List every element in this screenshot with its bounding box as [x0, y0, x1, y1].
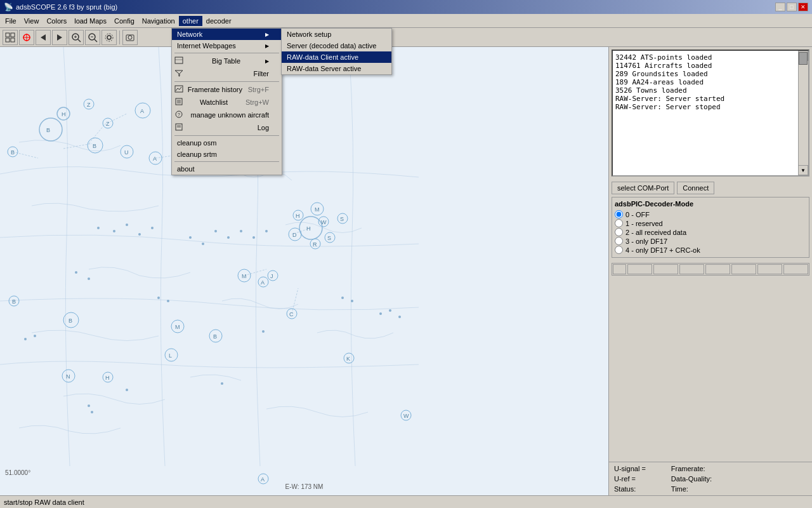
map-area[interactable]: B Z Z A H B B A U B B H — [0, 47, 609, 495]
menu-config[interactable]: Config — [110, 16, 138, 26]
bottom-status-text: start/stop RAW data client — [4, 498, 84, 506]
target-button[interactable] — [19, 30, 34, 45]
dd-filter-label: Filter — [254, 70, 269, 77]
dd-filter-icon — [174, 69, 187, 78]
svg-point-99 — [398, 316, 401, 318]
svg-point-16 — [107, 36, 111, 39]
menu-other[interactable]: other — [179, 16, 202, 26]
status-right: Framerate: Data-Quality: Time: — [671, 465, 712, 493]
svg-text:Z: Z — [87, 102, 91, 108]
dd-cleanup-osm[interactable]: cleanup osm — [172, 137, 282, 149]
svg-point-110 — [262, 330, 265, 333]
svg-point-98 — [389, 309, 391, 312]
dd-manage-unknown-label: manage unknown aircraft — [190, 111, 269, 119]
log-line-7: RAW-Server: Server stoped — [615, 103, 797, 111]
maximize-button[interactable]: □ — [787, 3, 797, 11]
dropdown-network: Network setup Server (decoded data) acti… — [281, 28, 392, 75]
svg-text:H: H — [306, 225, 311, 232]
zoom-out-button[interactable] — [85, 30, 100, 45]
svg-text:C: C — [289, 311, 294, 318]
radio-mode-2-label: 2 - all received data — [625, 229, 686, 236]
svg-rect-2 — [6, 38, 10, 42]
radio-mode-0-input[interactable] — [615, 210, 623, 218]
radio-mode-3[interactable]: 3 - only DF17 — [615, 237, 806, 245]
svg-point-103 — [88, 277, 90, 280]
svg-text:A: A — [140, 108, 144, 114]
com-area: select COM-Port Connect — [609, 179, 812, 197]
close-button[interactable]: ✕ — [798, 3, 808, 11]
radio-mode-4[interactable]: 4 - only DF17 + CRC-ok — [615, 246, 806, 254]
radio-mode-3-input[interactable] — [615, 237, 623, 245]
dd-raw-server[interactable]: RAW-data Server active — [282, 63, 391, 74]
dd-about-label: about — [177, 165, 195, 173]
dd-internet-webpages[interactable]: Internet Webpages ▶ — [172, 40, 282, 51]
svg-text:R: R — [313, 241, 317, 248]
dd-cleanup-osm-label: cleanup osm — [177, 139, 216, 147]
arrow-right-button[interactable] — [52, 30, 67, 45]
dd-log[interactable]: Log — [172, 121, 282, 134]
title-bar-controls[interactable]: _ □ ✕ — [775, 3, 808, 11]
scroll-thumb[interactable] — [799, 52, 808, 65]
svg-text:Z: Z — [106, 121, 110, 127]
radio-mode-2-input[interactable] — [615, 228, 623, 236]
dd-server-decoded-label: Server (decoded data) active — [287, 42, 376, 50]
settings-button[interactable] — [102, 30, 117, 45]
dd-watchlist-icon — [174, 98, 187, 107]
svg-point-105 — [34, 335, 36, 337]
svg-point-94 — [265, 230, 268, 232]
minimize-button[interactable]: _ — [775, 3, 785, 11]
svg-text:B: B — [213, 333, 217, 340]
dd-server-decoded[interactable]: Server (decoded data) active — [282, 40, 391, 51]
zoom-in-button[interactable] — [69, 30, 84, 45]
dd-framerate-history[interactable]: Framerate history Strg+F — [172, 83, 282, 96]
svg-text:L: L — [169, 352, 172, 359]
svg-text:M: M — [175, 324, 180, 330]
scroll-down-button[interactable]: ▼ — [798, 165, 808, 175]
status-label: Status: — [614, 485, 646, 493]
dd-sep-2 — [174, 81, 279, 82]
svg-rect-120 — [175, 57, 183, 64]
dd-about[interactable]: about — [172, 163, 282, 175]
table-cell-1 — [613, 264, 626, 274]
svg-text:M: M — [315, 206, 320, 213]
menu-decoder[interactable]: decoder — [202, 16, 235, 26]
dd-network[interactable]: Network ▶ — [172, 29, 282, 40]
menu-load-maps[interactable]: load Maps — [70, 16, 110, 26]
dd-watchlist-shortcut: Strg+W — [246, 98, 269, 106]
radio-mode-1[interactable]: 1 - reserved — [615, 219, 806, 227]
arrow-left-button[interactable] — [36, 30, 51, 45]
radio-mode-1-input[interactable] — [615, 219, 623, 227]
connect-button[interactable]: Connect — [677, 182, 714, 194]
svg-point-107 — [91, 411, 93, 413]
select-com-port-button[interactable]: select COM-Port — [612, 182, 674, 194]
dd-raw-client[interactable]: RAW-data Client active — [282, 51, 391, 63]
svg-point-93 — [252, 236, 255, 239]
menu-file[interactable]: File — [1, 16, 20, 26]
svg-text:A: A — [261, 476, 265, 483]
radio-mode-2[interactable]: 2 - all received data — [615, 228, 806, 236]
radio-mode-0[interactable]: 0 - OFF — [615, 210, 806, 218]
dd-cleanup-srtm[interactable]: cleanup srtm — [172, 149, 282, 160]
dd-big-table[interactable]: Big Table ▶ — [172, 55, 282, 67]
svg-text:A: A — [261, 279, 265, 286]
dd-cleanup-srtm-label: cleanup srtm — [177, 150, 217, 158]
log-output: 32442 ATS-points loaded 114761 Aircrafts… — [613, 51, 808, 175]
svg-text:B: B — [46, 127, 50, 133]
svg-text:W: W — [403, 413, 409, 419]
right-panel-spacer — [609, 278, 812, 462]
menu-navigation[interactable]: Navigation — [138, 16, 179, 26]
svg-point-84 — [113, 230, 115, 232]
table-cell-6 — [731, 264, 756, 274]
radio-mode-4-input[interactable] — [615, 246, 623, 254]
dd-network-setup[interactable]: Network setup — [282, 29, 391, 40]
svg-text:D: D — [292, 232, 297, 238]
app-icon: 📡 — [4, 3, 13, 11]
dd-manage-unknown[interactable]: ? manage unknown aircraft — [172, 109, 282, 121]
grid-button[interactable] — [3, 30, 18, 45]
menu-view[interactable]: View — [20, 16, 43, 26]
ew-distance-label: E-W: 173 NM — [285, 483, 324, 490]
menu-colors[interactable]: Colors — [43, 16, 70, 26]
dd-watchlist[interactable]: Watchlist Strg+W — [172, 96, 282, 109]
camera-button[interactable] — [122, 30, 138, 45]
dd-filter[interactable]: Filter — [172, 67, 282, 80]
